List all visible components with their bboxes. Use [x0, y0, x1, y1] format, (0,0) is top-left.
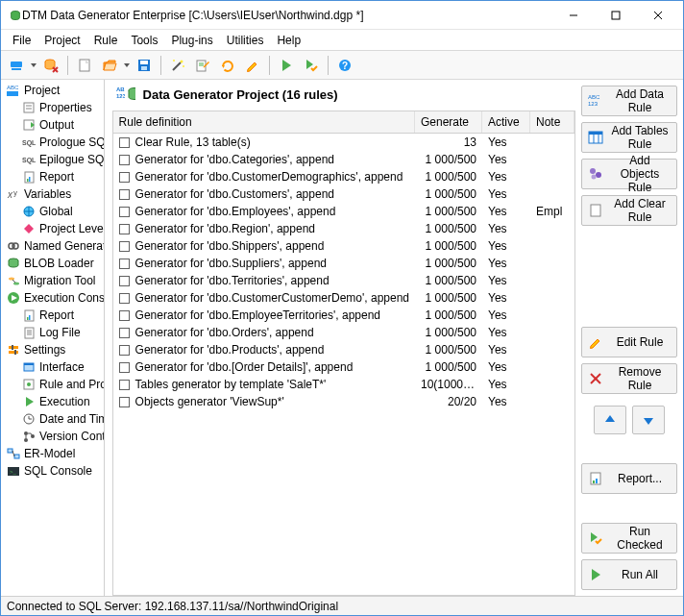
toolbar-delete-db-icon[interactable] — [39, 54, 62, 77]
label: Edit Rule — [609, 335, 671, 349]
tree-log-file[interactable]: Log File — [3, 324, 104, 341]
table-row[interactable]: Generator for 'dbo.Products', append1 00… — [113, 341, 574, 358]
add-objects-rule-button[interactable]: Add Objects Rule — [581, 159, 677, 189]
add-clear-rule-button[interactable]: Add Clear Rule — [581, 195, 677, 226]
tree-report[interactable]: Report — [3, 168, 104, 185]
svg-point-72 — [24, 438, 28, 442]
table-row[interactable]: Generator for 'dbo.EmployeeTerritories',… — [113, 307, 574, 324]
toolbar-pencil-icon[interactable] — [241, 54, 264, 77]
row-checkbox[interactable] — [119, 155, 130, 165]
table-row[interactable]: Generator for 'dbo.CustomerCustomerDemo'… — [113, 289, 574, 307]
tree-rule-and-project[interactable]: Rule and Project — [3, 376, 104, 393]
tree-output[interactable]: Output — [3, 116, 104, 134]
tree-properties[interactable]: Properties — [3, 99, 104, 116]
menu-utilities[interactable]: Utilities — [221, 32, 270, 49]
tree-variables[interactable]: xyVariables — [3, 185, 104, 203]
row-checkbox[interactable] — [119, 362, 130, 373]
tree-sql-console[interactable]: >_SQL Console — [3, 462, 104, 480]
row-checkbox[interactable] — [119, 172, 130, 183]
tree-er-model[interactable]: ER-Model — [3, 445, 104, 462]
toolbar-wand-icon[interactable] — [166, 54, 189, 77]
menu-project[interactable]: Project — [38, 32, 86, 49]
tree-global[interactable]: Global — [3, 203, 104, 220]
row-checkbox[interactable] — [119, 207, 130, 217]
menu-rule[interactable]: Rule — [88, 32, 124, 49]
col-note[interactable]: Note — [530, 111, 574, 133]
toolbar-new-icon[interactable] — [73, 54, 96, 77]
menu-file[interactable]: File — [7, 32, 37, 49]
move-up-button[interactable] — [594, 406, 626, 434]
tree-prologue-sql[interactable]: SQLPrologue SQL — [3, 134, 104, 151]
table-row[interactable]: Generator for 'dbo.Employees', append1 0… — [113, 203, 574, 220]
col-generate[interactable]: Generate — [415, 111, 482, 133]
tree-settings[interactable]: Settings — [3, 341, 104, 358]
row-checkbox[interactable] — [119, 224, 130, 234]
row-checkbox[interactable] — [119, 276, 130, 286]
minimize-button[interactable] — [552, 2, 595, 29]
close-button[interactable] — [637, 2, 679, 29]
table-row[interactable]: Generator for 'dbo.Shippers', append1 00… — [113, 237, 574, 255]
table-row[interactable]: Generator for 'dbo.Region', append1 000/… — [113, 220, 574, 237]
migrate-icon — [7, 274, 20, 287]
table-row[interactable]: Generator for 'dbo.Orders', append1 000/… — [113, 324, 574, 341]
rule-note: Empl — [530, 205, 574, 218]
toolbar-open-icon[interactable] — [98, 54, 121, 77]
table-row[interactable]: Generator for 'dbo.Categories', append1 … — [113, 151, 574, 168]
row-checkbox[interactable] — [119, 189, 130, 200]
row-checkbox[interactable] — [119, 241, 130, 252]
dropdown-icon[interactable] — [30, 63, 37, 67]
move-down-button[interactable] — [632, 406, 665, 434]
menu-plug-ins[interactable]: Plug-ins — [165, 32, 218, 49]
toolbar-save-icon[interactable] — [133, 54, 156, 77]
tree-execution[interactable]: Execution — [3, 393, 104, 410]
toolbar-run-checked-icon[interactable] — [300, 54, 323, 77]
add-data-rule-button[interactable]: ABC123 Add Data Rule — [581, 86, 677, 116]
tree-execution-console[interactable]: Execution Console — [3, 289, 104, 307]
toolbar-refresh-icon[interactable] — [216, 54, 239, 77]
table-row[interactable]: Generator for 'dbo.Territories', append1… — [113, 272, 574, 289]
tree-version-control[interactable]: Version Control — [3, 428, 104, 445]
row-checkbox[interactable] — [119, 137, 130, 148]
run-checked-button[interactable]: Run Checked — [581, 523, 677, 554]
row-checkbox[interactable] — [119, 345, 130, 356]
table-row[interactable]: Generator for 'dbo.Customers', append1 0… — [113, 185, 574, 203]
row-checkbox[interactable] — [119, 293, 130, 304]
grid-body[interactable]: Clear Rule, 13 table(s)13YesGenerator fo… — [113, 134, 574, 595]
table-row[interactable]: Generator for 'dbo.[Order Details]', app… — [113, 358, 574, 376]
dropdown-icon[interactable] — [123, 63, 131, 67]
table-row[interactable]: Tables generator by template 'SaleT*'10(… — [113, 376, 574, 393]
table-row[interactable]: Objects generator 'ViewSup*'20/20Yes — [113, 393, 574, 410]
tree-epilogue-sql[interactable]: SQLEpilogue SQL — [3, 151, 104, 168]
col-active[interactable]: Active — [482, 111, 530, 133]
col-rule-definition[interactable]: Rule definition — [113, 111, 415, 133]
toolbar-run-icon[interactable] — [275, 54, 298, 77]
maximize-button[interactable] — [595, 2, 637, 29]
menu-tools[interactable]: Tools — [125, 32, 163, 49]
row-checkbox[interactable] — [119, 310, 130, 321]
tree-migration-tool[interactable]: Migration Tool — [3, 272, 104, 289]
tree-project[interactable]: ABCProject — [3, 82, 104, 99]
row-checkbox[interactable] — [119, 328, 130, 338]
label: Add Objects Rule — [609, 154, 671, 194]
add-tables-rule-button[interactable]: Add Tables Rule — [581, 122, 677, 153]
table-row[interactable]: Clear Rule, 13 table(s)13Yes — [113, 134, 574, 151]
tree-blob-loader[interactable]: BLOB Loader — [3, 255, 104, 272]
tree-date-and-time[interactable]: Date and Time — [3, 410, 104, 428]
row-checkbox[interactable] — [119, 380, 130, 390]
table-row[interactable]: Generator for 'dbo.CustomerDemographics'… — [113, 168, 574, 185]
tree-named-generators[interactable]: Named Generators — [3, 237, 104, 255]
run-all-button[interactable]: Run All — [581, 559, 677, 590]
tree-project-level[interactable]: Project Level — [3, 220, 104, 237]
toolbar-help-icon[interactable]: ? — [333, 54, 356, 77]
row-checkbox[interactable] — [119, 259, 130, 269]
report-button[interactable]: Report... — [581, 463, 677, 494]
remove-rule-button[interactable]: Remove Rule — [581, 363, 677, 394]
toolbar-edit-icon[interactable] — [191, 54, 214, 77]
menu-help[interactable]: Help — [271, 32, 306, 49]
edit-rule-button[interactable]: Edit Rule — [581, 327, 677, 357]
tree-report[interactable]: Report — [3, 307, 104, 324]
table-row[interactable]: Generator for 'dbo.Suppliers', append1 0… — [113, 255, 574, 272]
tree-interface[interactable]: Interface — [3, 358, 104, 376]
toolbar-connect-icon[interactable] — [5, 54, 28, 77]
row-checkbox[interactable] — [119, 397, 130, 407]
